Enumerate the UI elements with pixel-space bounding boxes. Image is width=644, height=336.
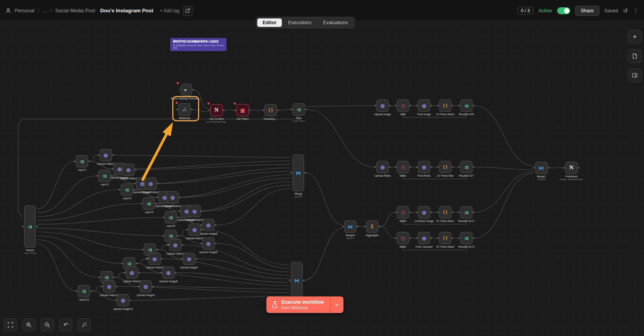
kebab-menu-icon[interactable]: ⋮: [633, 8, 639, 13]
workflow-title[interactable]: Dou's Instagram Post: [100, 8, 153, 13]
node-post_image[interactable]: ⊕Post Image: [418, 99, 430, 112]
node-type[interactable]: ⇉Typemode: Rules: [293, 103, 305, 116]
node-mp472[interactable]: ⇉.mp472: [98, 170, 111, 182]
node-mp473[interactable]: ⇉.mp473: [121, 184, 133, 196]
execute-options-dropdown[interactable]: [330, 296, 343, 313]
share-button[interactable]: Share: [575, 6, 599, 16]
node-label: Wait3: [399, 219, 406, 223]
node-recatch5[interactable]: ⇉Recatch ID5: [460, 99, 473, 112]
node-ui5[interactable]: ⊕Upload Image5: [202, 219, 215, 231]
node-label: Get Contentget: databasePage: [207, 117, 226, 124]
node-ui9[interactable]: ⊕Upload Image9: [140, 280, 152, 293]
node-recatch71[interactable]: ⇉Recatch ID71: [460, 206, 473, 218]
node-uv4[interactable]: ⊕Upload Video4: [166, 191, 179, 204]
globe-icon: ⊕: [380, 164, 385, 170]
node-switch[interactable]: ⇉Switchmode: Rules: [24, 205, 36, 248]
side-panel-toggle-button[interactable]: [628, 68, 642, 82]
node-ui7[interactable]: ⊕Upload Image7: [183, 253, 195, 265]
node-post_reels[interactable]: ⊕Post Reels: [418, 161, 430, 173]
breadcrumb-project[interactable]: Personal: [15, 8, 34, 13]
node-post_carousel[interactable]: ⊕Post Carousel: [418, 232, 430, 244]
node-mp471[interactable]: ⇉.mp471: [76, 155, 88, 167]
node-uv10[interactable]: ⊕Upload Video10: [103, 280, 115, 293]
node-merge2[interactable]: ⋈Merge2append: [291, 262, 303, 299]
active-toggle[interactable]: [557, 7, 570, 14]
node-merge[interactable]: ⋈Mergeappend: [293, 154, 304, 191]
node-label: Wait2: [399, 245, 406, 248]
node-wait3[interactable]: ◷Wait3: [397, 206, 409, 218]
fit-view-button[interactable]: [4, 318, 17, 331]
node-uv1[interactable]: ⊕Upload Video1: [100, 149, 112, 161]
node-upload_image[interactable]: ⊕Upload Image: [376, 99, 389, 112]
node-wait1[interactable]: ◷Wait1: [397, 161, 409, 173]
node-ui6[interactable]: ⊕Upload Image6: [202, 237, 215, 250]
node-label: Upload Reels: [374, 174, 391, 177]
view-tabs: Editor Executions Evaluations: [256, 17, 355, 28]
switch-icon: ⇉: [28, 224, 32, 229]
node-max2[interactable]: { }10 Times Max2: [439, 232, 451, 244]
node-uv9[interactable]: ⊕Upload Video9: [126, 266, 138, 279]
node-ui8[interactable]: ⊕Upload Image8: [162, 266, 175, 279]
templates-panel-button[interactable]: [628, 49, 642, 63]
switch-icon: ⇉: [169, 215, 173, 220]
node-mp475[interactable]: ⇉.mp475: [165, 211, 177, 223]
node-trigger[interactable]: ➤When clicking 'Execute...: [180, 84, 192, 96]
tidy-up-button[interactable]: [78, 318, 91, 331]
node-uv5[interactable]: ⊕Upload Video5: [188, 205, 201, 217]
node-label: When clicking 'Execute...: [171, 97, 201, 100]
node-recatch72[interactable]: ⇉Recatch ID72: [460, 232, 473, 244]
tab-executions[interactable]: Executions: [283, 18, 317, 27]
execute-button-text: Execute workflow from Webhook: [282, 299, 324, 310]
switch-icon: ⇉: [125, 187, 129, 192]
add-node-button[interactable]: +: [628, 30, 642, 44]
node-wait2[interactable]: ◷Wait2: [397, 232, 409, 244]
workflow-canvas[interactable]: ➤When clicking 'Execute...∴WebhookNGet C…: [0, 0, 644, 336]
node-max3[interactable]: { }10 Times Max3: [439, 99, 451, 112]
node-mp4710[interactable]: ⇉.mp4710: [78, 285, 90, 297]
node-label: Upload Image8: [159, 280, 177, 283]
undo-button[interactable]: ↶: [59, 318, 72, 331]
tab-evaluations[interactable]: Evaluations: [318, 18, 353, 27]
node-checking[interactable]: { }Checking ...: [265, 104, 277, 116]
node-label: Wait1: [399, 174, 406, 177]
switch-icon: ⇉: [464, 236, 469, 241]
execute-workflow-button[interactable]: Execute workflow from Webhook: [266, 296, 330, 313]
history-icon[interactable]: ↺: [623, 8, 628, 13]
zoom-out-button[interactable]: [41, 318, 54, 331]
switch-icon: ⇉: [147, 201, 151, 206]
node-upload_reels[interactable]: ⊕Upload Reels: [376, 161, 389, 173]
node-max1[interactable]: { }10 Times Max1: [439, 206, 451, 218]
tab-editor[interactable]: Editor: [257, 18, 282, 27]
globe-icon: ⊕: [152, 256, 157, 262]
node-get_content[interactable]: NGet Contentget: databasePage: [210, 104, 223, 116]
edit-workflow-button[interactable]: [183, 6, 193, 16]
node-combine_image[interactable]: ⊕Combine Image: [418, 206, 430, 218]
node-aggregate[interactable]: ΣAggregate: [366, 220, 378, 233]
insights-counter-badge[interactable]: 0 / 3: [518, 7, 533, 15]
node-uv7[interactable]: ⊕Upload Video7: [169, 239, 181, 251]
zoom-in-button[interactable]: [22, 318, 35, 331]
node-webhook[interactable]: ∴Webhook: [178, 103, 191, 116]
add-tag-button[interactable]: + Add tag: [160, 8, 180, 13]
node-recatch7[interactable]: ⇉Recatch ID7: [460, 161, 473, 173]
breadcrumb-folder[interactable]: Social Media Post: [55, 8, 95, 13]
node-uv8[interactable]: ⊕Upload Video8: [148, 253, 161, 265]
node-mp474[interactable]: ⇉.mp474: [143, 197, 155, 210]
switch-icon: ⇉: [464, 210, 469, 215]
code-icon: { }: [269, 108, 273, 112]
node-merge1[interactable]: ⋈Merge1append: [535, 162, 547, 174]
node-uv3[interactable]: ⊕Upload Video3: [145, 177, 157, 190]
node-wait[interactable]: ◷Wait: [397, 99, 409, 112]
breadcrumb-ellipsis[interactable]: ...: [43, 8, 47, 13]
node-label: Mergeappend: [295, 192, 302, 199]
node-uv6[interactable]: ⊕Upload Video6: [188, 223, 201, 236]
node-label: Upload Video10: [100, 293, 119, 297]
node-get_token[interactable]: ▦Get Token: [236, 104, 249, 116]
globe-icon: ⊕: [192, 209, 197, 214]
node-ui10[interactable]: ⊕Upload Image10: [117, 294, 129, 306]
globe-icon: ⊕: [130, 270, 135, 276]
node-published[interactable]: NPublishedupdate: databasePage: [565, 162, 577, 174]
node-merge3[interactable]: ⋈Merge3append: [344, 220, 356, 233]
node-uv2[interactable]: ⊕Upload Video2: [122, 164, 135, 176]
node-max0[interactable]: { }10 Times Max: [439, 161, 451, 173]
